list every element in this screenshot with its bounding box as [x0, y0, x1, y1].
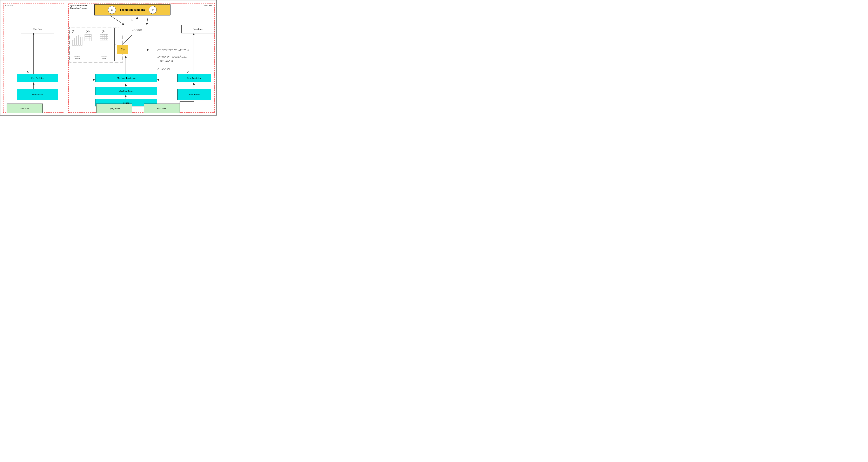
- user-loss-box: User Loss: [21, 25, 54, 33]
- svg-rect-45: [89, 37, 91, 39]
- f-star-box: f(*): [117, 45, 128, 54]
- cf-fusion-box: CF Fusion: [119, 25, 155, 35]
- matching-tower-box: Matching Tower: [95, 87, 157, 95]
- main-diagram: User Net Sparse VariationalGaussian Proc…: [0, 0, 217, 116]
- svg-rect-50: [100, 36, 102, 38]
- svg-rect-49: [106, 34, 108, 36]
- svg-rect-33: [74, 38, 76, 45]
- query-filed-box: Query Filed: [96, 103, 132, 113]
- svg-rect-57: [106, 38, 108, 40]
- svg-rect-51: [102, 36, 104, 38]
- item-filed-box: Item Filed: [144, 103, 180, 113]
- svg-rect-40: [85, 37, 87, 39]
- thompson-sampling-box: μ Thompson Sampling σ²: [94, 4, 170, 16]
- svg-rect-55: [102, 38, 104, 40]
- mu-star-formula: μ* = m(x*) + k(x*, Z)K-1uu(v − m(Z)): [157, 48, 209, 52]
- item-loss-box: Item Loss: [181, 25, 214, 33]
- svgp-label: Sparse VariationalGaussian Process: [70, 4, 87, 9]
- svg-rect-32: [72, 40, 74, 45]
- variational-box: V ∈RM S ∈RM×M Z ∈RM×d: [70, 28, 115, 61]
- svg-rect-54: [100, 38, 102, 40]
- svg-rect-42: [85, 39, 87, 41]
- mu-circle: μ: [108, 6, 116, 14]
- yhat-o-label: ŷo: [131, 19, 133, 22]
- sigma-star-formula: Σ* = k(x*, x*) − k(x*, Z)K-1uu(Kuu − S)K…: [157, 55, 209, 63]
- svg-rect-35: [79, 35, 80, 45]
- svg-rect-38: [87, 34, 89, 36]
- item-prediction-box: Item Prediction: [177, 74, 211, 82]
- svg-rect-53: [106, 36, 108, 38]
- yhat-i-label: ŷi: [188, 70, 189, 73]
- item-net-label: Item Net: [204, 4, 212, 7]
- svg-rect-41: [87, 37, 89, 39]
- svg-rect-56: [104, 38, 106, 40]
- svg-rect-44: [89, 39, 91, 41]
- user-net-label: User Net: [5, 4, 13, 7]
- item-tower-box: Item Tower: [177, 89, 211, 100]
- thompson-label: Thompson Sampling: [120, 8, 145, 11]
- user-prediction-box: User Predition: [17, 74, 58, 82]
- svg-rect-48: [104, 34, 106, 36]
- yhat-u-label: ŷu: [27, 70, 29, 73]
- svg-rect-52: [104, 36, 106, 38]
- user-field-box: User Field: [7, 103, 43, 113]
- sigma-circle: σ²: [149, 6, 157, 14]
- matching-prediction-box: Matching Prediction: [95, 74, 157, 82]
- f-star-formula: f* = N(μ*, Σ*): [157, 67, 199, 70]
- svg-rect-34: [76, 36, 78, 45]
- svg-rect-37: [85, 34, 87, 36]
- svg-rect-46: [100, 34, 102, 36]
- user-tower-box: User Tower: [17, 89, 58, 100]
- svg-rect-47: [102, 34, 104, 36]
- svg-rect-43: [87, 39, 89, 41]
- svg-rect-36: [81, 37, 82, 45]
- svg-rect-39: [89, 34, 91, 36]
